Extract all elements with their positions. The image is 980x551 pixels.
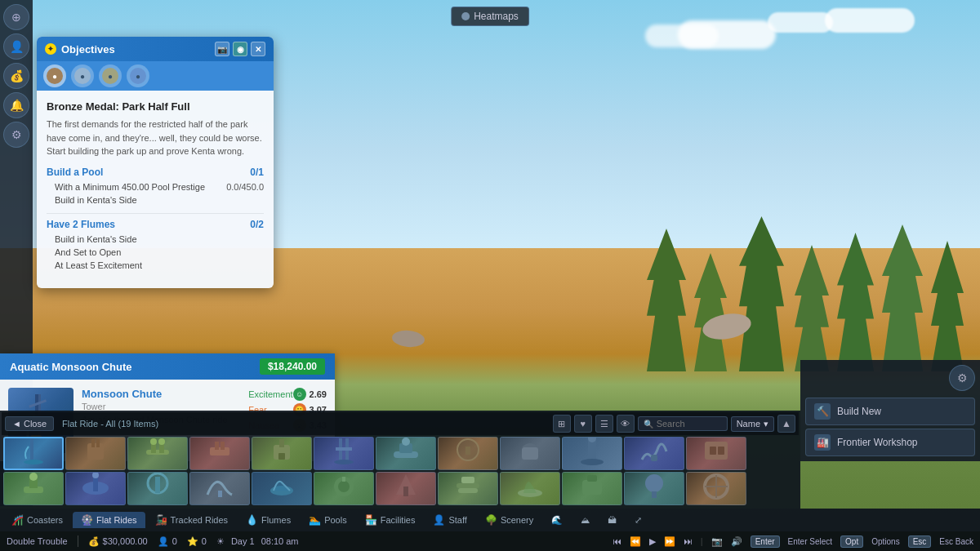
objectives-tab-extra[interactable]: ●	[127, 64, 149, 87]
thumbnail-item-12[interactable]	[314, 472, 374, 505]
ride-price: $18,240.00	[260, 358, 325, 375]
scenario-name: Double Trouble	[7, 536, 68, 546]
tab-facilities[interactable]: 🏪 Facilities	[357, 512, 424, 528]
svg-rect-28	[218, 491, 222, 497]
excitement-value: 2.69	[310, 389, 327, 399]
build-new-button[interactable]: 🔨 Build New	[805, 398, 975, 425]
grid-view-btn-3[interactable]: ☰	[595, 415, 613, 433]
tab-flat-rides[interactable]: 🎡 Flat Rides	[73, 512, 145, 528]
time-display: 08:10 am	[261, 536, 299, 547]
sound-icon[interactable]: 🔊	[731, 536, 742, 547]
profile-icon[interactable]: ⚙	[949, 365, 975, 391]
svg-rect-45	[466, 447, 470, 455]
thumbnail-item-17[interactable]	[500, 437, 560, 470]
scroll-up-btn[interactable]: ▲	[777, 415, 795, 433]
thumbnail-item-7[interactable]	[189, 437, 250, 470]
objectives-close-btn[interactable]: ✕	[251, 42, 265, 56]
task-2-subtask-2: And Set to Open	[47, 246, 264, 259]
tab-pools[interactable]: 🏊 Pools	[301, 512, 355, 528]
thumbnail-item-4[interactable]	[65, 472, 126, 505]
svg-point-8	[24, 460, 43, 464]
close-button[interactable]: ◄ Close	[5, 416, 54, 431]
grid-view-btn-4[interactable]: 👁	[617, 415, 635, 433]
ride-info-header: Aquatic Monsoon Chute $18,240.00	[0, 353, 335, 380]
extra-icon-4: ⤢	[635, 515, 642, 526]
frontier-workshop-label: Frontier Workshop	[837, 437, 917, 448]
thumbnail-item-15[interactable]	[438, 437, 498, 470]
objectives-screenshot-btn[interactable]: 📷	[215, 42, 229, 56]
tab-coasters-label: Coasters	[27, 515, 63, 525]
sort-dropdown[interactable]: Name ▾	[731, 416, 774, 432]
thumbnail-item-13[interactable]	[376, 437, 436, 470]
prev-icon[interactable]: ⏪	[630, 536, 641, 547]
heatmaps-button[interactable]: Heatmaps	[451, 7, 529, 26]
svg-point-11	[29, 473, 38, 481]
objectives-toggle-btn[interactable]: ◉	[233, 42, 247, 56]
thumbnail-item-3[interactable]	[65, 437, 126, 470]
search-container: 🔍	[638, 416, 728, 431]
objectives-tab-silver[interactable]: ●	[71, 64, 94, 87]
svg-rect-60	[710, 447, 716, 455]
enter-select-key: Enter	[751, 535, 780, 548]
tab-staff[interactable]: 👤 Staff	[425, 512, 474, 528]
tab-extra-4[interactable]: ⤢	[626, 513, 650, 528]
sidebar-btn-1[interactable]: ⊕	[3, 4, 29, 30]
svg-rect-18	[146, 450, 169, 455]
task-2-subtask-3: At Least 5 Excitement	[47, 259, 264, 272]
thumbnail-item-2[interactable]	[3, 472, 64, 505]
rewind-icon[interactable]: ⏮	[612, 536, 621, 546]
thumbnail-item-6[interactable]	[127, 472, 188, 505]
thumbnail-item-18[interactable]	[500, 472, 560, 505]
thumbnail-item-19[interactable]	[562, 437, 622, 470]
tab-tracked-rides[interactable]: 🚂 Tracked Rides	[147, 512, 237, 528]
next-icon[interactable]: ⏩	[664, 536, 675, 547]
thumbnail-item-23[interactable]	[686, 437, 746, 470]
thumbnail-item-5[interactable]	[127, 437, 188, 470]
sidebar-btn-2[interactable]: 👤	[3, 33, 29, 60]
objectives-tab-bronze[interactable]: ●	[43, 64, 66, 87]
tab-extra-2[interactable]: ⛰	[572, 513, 598, 527]
thumbnail-item-16[interactable]	[438, 472, 498, 505]
guests-display: 👤 0	[158, 536, 177, 547]
excitement-icon: ☺	[293, 388, 306, 401]
thumbnail-item-8[interactable]	[189, 472, 250, 505]
thumbnail-item-1[interactable]	[3, 437, 64, 470]
task-1-subtask-2: Build in Kenta's Side	[47, 193, 264, 207]
thumbnail-item-9[interactable]	[252, 437, 312, 470]
thumbnail-item-20[interactable]	[562, 472, 622, 505]
status-bar: Double Trouble 💰 $30,000.00 👤 0 ⭐ 0 ☀ Da…	[0, 531, 980, 551]
thumbnail-item-22[interactable]	[624, 472, 684, 505]
objectives-tab-gold[interactable]: ●	[99, 64, 122, 87]
svg-rect-14	[96, 439, 100, 447]
camera-icon[interactable]: 📷	[711, 536, 723, 547]
fast-forward-icon[interactable]: ⏭	[684, 536, 693, 546]
play-icon[interactable]: ▶	[649, 536, 656, 547]
grid-toolbar: ◄ Close Flat Ride - All (19 Items) ⊞ ♥ ☰…	[2, 412, 799, 435]
sidebar-btn-5[interactable]: ⚙	[3, 122, 29, 148]
tab-extra-1[interactable]: 🌊	[543, 513, 571, 528]
tab-coasters[interactable]: 🎢 Coasters	[3, 512, 71, 528]
sidebar-btn-4[interactable]: 🔔	[3, 92, 29, 118]
frontier-workshop-button[interactable]: 🏭 Frontier Workshop	[805, 429, 975, 456]
thumbnail-item-24[interactable]	[686, 472, 746, 505]
svg-rect-55	[587, 475, 597, 482]
thumbnail-item-11[interactable]	[314, 437, 374, 470]
build-new-label: Build New	[837, 406, 881, 417]
tab-extra-3[interactable]: 🏔	[599, 513, 625, 527]
sidebar-btn-3[interactable]: 💰	[3, 63, 29, 89]
grid-view-btn-1[interactable]: ⊞	[553, 415, 571, 433]
scenery-icon: 🌳	[485, 514, 497, 526]
tab-scenery[interactable]: 🌳 Scenery	[477, 512, 541, 528]
coasters-icon: 🎢	[11, 514, 24, 526]
extra-icon-3: 🏔	[608, 515, 617, 525]
thumbnail-item-10[interactable]	[252, 472, 312, 505]
task-1-subtask-1: With a Minimum 450.00 Pool Prestige 0.0/…	[47, 180, 264, 193]
tab-flumes[interactable]: 💧 Flumes	[238, 512, 299, 528]
grid-view-btn-2[interactable]: ♥	[574, 415, 592, 433]
thumbnail-item-14[interactable]	[376, 472, 436, 505]
svg-rect-54	[582, 480, 602, 495]
tabs-bar: 🎢 Coasters 🎡 Flat Rides 🚂 Tracked Rides …	[0, 509, 980, 531]
objectives-content: Bronze Medal: Park Half Full The first d…	[37, 91, 274, 288]
thumbnail-item-21[interactable]	[624, 437, 684, 470]
search-input[interactable]	[657, 419, 722, 429]
